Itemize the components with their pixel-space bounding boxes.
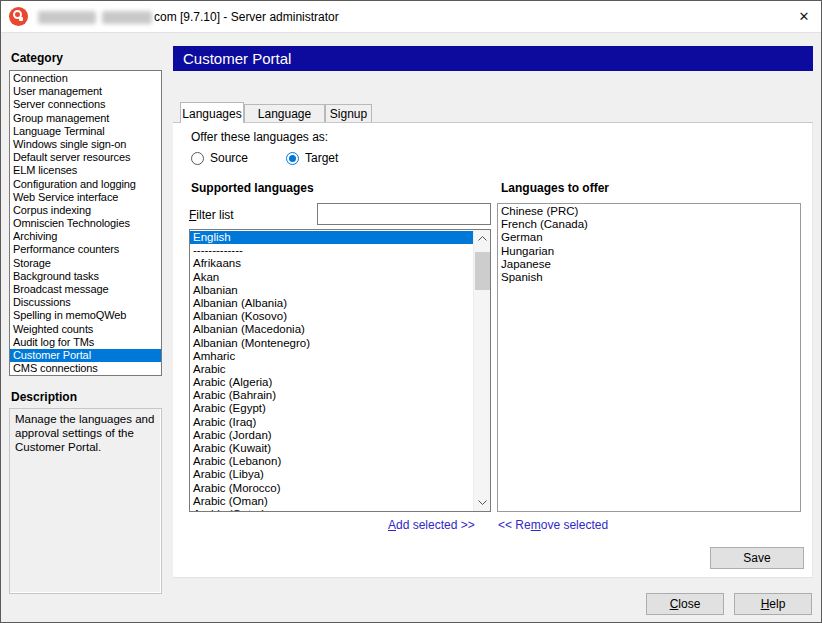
supported-languages-items: English-------------AfrikaansAkanAlbania… <box>190 230 473 511</box>
tab-language-pairs[interactable]: Language pairs <box>244 104 325 123</box>
language-item[interactable]: ------------- <box>190 244 473 257</box>
memoq-logo-icon <box>9 7 28 26</box>
language-item[interactable]: Arabic <box>190 363 473 376</box>
language-item[interactable]: Arabic (Oman) <box>190 495 473 508</box>
language-item[interactable]: Albanian (Kosovo) <box>190 310 473 323</box>
radio-target-label: Target <box>305 151 338 165</box>
languages-to-offer-listbox[interactable]: Chinese (PRC)French (Canada)GermanHungar… <box>497 203 801 512</box>
radio-source-label: Source <box>210 151 248 165</box>
category-item[interactable]: Corpus indexing <box>10 204 161 217</box>
titlebar: com [9.7.10] - Server administrator ✕ <box>1 1 821 33</box>
scroll-up-icon[interactable] <box>474 230 491 247</box>
language-item[interactable]: Albanian <box>190 284 473 297</box>
radio-target[interactable]: Target <box>286 151 338 165</box>
remove-selected-link[interactable]: << Remove selected <box>498 518 608 532</box>
language-item[interactable]: Arabic (Bahrain) <box>190 389 473 402</box>
language-item[interactable]: Arabic (Qatar) <box>190 508 473 512</box>
language-item[interactable]: Albanian (Macedonia) <box>190 323 473 336</box>
category-item[interactable]: Discussions <box>10 296 161 309</box>
offered-language-item[interactable]: Spanish <box>498 271 800 284</box>
language-item[interactable]: Arabic (Egypt) <box>190 402 473 415</box>
add-selected-link[interactable]: Add selected >> <box>388 518 475 532</box>
language-item[interactable]: Arabic (Iraq) <box>190 416 473 429</box>
help-button[interactable]: Help <box>734 593 812 615</box>
radio-target-icon[interactable] <box>286 152 299 165</box>
category-item[interactable]: ELM licenses <box>10 164 161 177</box>
tab-signup[interactable]: Signup <box>325 104 372 123</box>
category-item[interactable]: Background tasks <box>10 270 161 283</box>
supported-languages-title: Supported languages <box>191 181 314 195</box>
language-item[interactable]: English <box>190 231 473 244</box>
description-box: Manage the languages and approval settin… <box>9 408 162 594</box>
language-item[interactable]: Albanian (Albania) <box>190 297 473 310</box>
radio-source[interactable]: Source <box>191 151 248 165</box>
language-item[interactable]: Arabic (Kuwait) <box>190 442 473 455</box>
languages-to-offer-items: Chinese (PRC)French (Canada)GermanHungar… <box>498 204 800 511</box>
category-item[interactable]: Archiving <box>10 230 161 243</box>
language-item[interactable]: Albanian (Montenegro) <box>190 337 473 350</box>
server-administrator-window: com [9.7.10] - Server administrator ✕ Ca… <box>0 0 822 623</box>
description-label: Description <box>11 390 77 404</box>
category-item[interactable]: CMS connections <box>10 362 161 375</box>
offered-language-item[interactable]: German <box>498 231 800 244</box>
server-name-redacted <box>102 11 152 24</box>
category-item[interactable]: Connection <box>10 72 161 85</box>
category-list[interactable]: ConnectionUser managementServer connecti… <box>9 70 162 376</box>
category-item[interactable]: Web Service interface <box>10 191 161 204</box>
close-button[interactable]: Close <box>646 593 724 615</box>
category-item[interactable]: Server connections <box>10 98 161 111</box>
category-item[interactable]: Audit log for TMs <box>10 336 161 349</box>
language-item[interactable]: Arabic (Morocco) <box>190 482 473 495</box>
language-item[interactable]: Arabic (Lebanon) <box>190 455 473 468</box>
save-button[interactable]: Save <box>710 547 804 569</box>
window-title: com [9.7.10] - Server administrator <box>154 10 339 24</box>
window-close-icon[interactable]: ✕ <box>795 8 813 26</box>
category-item[interactable]: Broadcast message <box>10 283 161 296</box>
language-item[interactable]: Akan <box>190 271 473 284</box>
category-item[interactable]: Spelling in memoQWeb <box>10 309 161 322</box>
radio-source-icon[interactable] <box>191 152 204 165</box>
tab-languages[interactable]: Languages <box>180 102 244 123</box>
category-item[interactable]: Weighted counts <box>10 323 161 336</box>
languages-to-offer-title: Languages to offer <box>501 181 609 195</box>
category-item[interactable]: Customer Portal <box>10 349 161 362</box>
offer-as-label: Offer these languages as: <box>191 130 328 144</box>
offered-language-item[interactable]: Japanese <box>498 258 800 271</box>
category-item[interactable]: Omniscien Technologies <box>10 217 161 230</box>
category-label: Category <box>11 51 63 65</box>
language-item[interactable]: Arabic (Libya) <box>190 468 473 481</box>
page-title: Customer Portal <box>173 46 813 71</box>
vertical-scrollbar[interactable] <box>473 230 490 511</box>
category-item[interactable]: Storage <box>10 257 161 270</box>
category-item[interactable]: Language Terminal <box>10 125 161 138</box>
language-item[interactable]: Arabic (Jordan) <box>190 429 473 442</box>
language-item[interactable]: Arabic (Algeria) <box>190 376 473 389</box>
filter-input[interactable] <box>317 203 491 225</box>
offered-language-item[interactable]: Chinese (PRC) <box>498 205 800 218</box>
supported-languages-listbox[interactable]: English-------------AfrikaansAkanAlbania… <box>189 229 491 512</box>
category-item[interactable]: Windows single sign-on <box>10 138 161 151</box>
scroll-down-icon[interactable] <box>474 494 491 511</box>
offered-language-item[interactable]: French (Canada) <box>498 218 800 231</box>
category-item[interactable]: User management <box>10 85 161 98</box>
scrollbar-thumb[interactable] <box>475 252 490 290</box>
offered-language-item[interactable]: Hungarian <box>498 245 800 258</box>
server-name-redacted <box>38 11 96 24</box>
category-item[interactable]: Default server resources <box>10 151 161 164</box>
category-item[interactable]: Configuration and logging <box>10 178 161 191</box>
language-item[interactable]: Afrikaans <box>190 257 473 270</box>
category-item[interactable]: Performance counters <box>10 243 161 256</box>
filter-list-label: Filter list <box>189 208 234 222</box>
category-item[interactable]: Group management <box>10 112 161 125</box>
language-item[interactable]: Amharic <box>190 350 473 363</box>
